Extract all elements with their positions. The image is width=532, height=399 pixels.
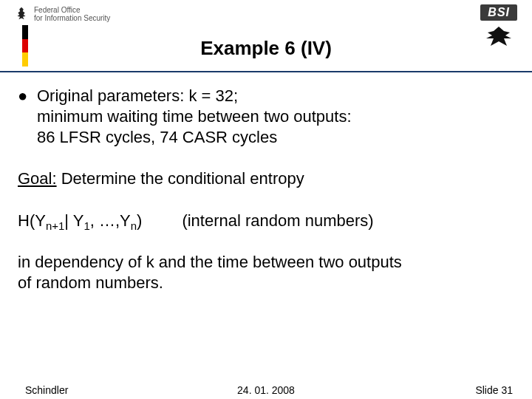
bullet-marker: ● <box>18 86 37 148</box>
bsi-eagle-icon <box>483 24 514 49</box>
bsi-label: BSI <box>480 4 517 21</box>
bullet-item: ● Original parameters: k = 32; minimum w… <box>18 86 514 148</box>
svg-point-0 <box>497 28 501 33</box>
dependency-line2: of random numbers. <box>18 273 514 293</box>
entropy-line: H(Yn+1| Y1, …,Yn) (internal random numbe… <box>18 211 514 233</box>
eagle-icon <box>13 6 30 22</box>
slide-content: ● Original parameters: k = 32; minimum w… <box>0 72 532 293</box>
dependency-line1: in dependency of k and the time between … <box>18 252 514 273</box>
footer-date: 24. 01. 2008 <box>0 384 532 396</box>
goal-text: Determine the conditional entropy <box>57 169 304 188</box>
agency-logo-left: Federal Office for Information Security <box>13 6 110 22</box>
footer-slide-number: Slide 31 <box>475 384 513 396</box>
entropy-expression: H(Yn+1| Y1, …,Yn) <box>18 211 142 233</box>
slide-header: Federal Office for Information Security … <box>0 0 532 66</box>
agency-line1: Federal Office <box>34 6 110 14</box>
bullet-line3: 86 LFSR cycles, 74 CASR cycles <box>37 127 352 148</box>
bullet-line2: minimum waiting time between two outputs… <box>37 106 352 127</box>
entropy-note: (internal random numbers) <box>182 211 373 231</box>
agency-name: Federal Office for Information Security <box>34 6 110 22</box>
agency-line2: for Information Security <box>34 14 110 22</box>
goal-label: Goal: <box>18 169 57 188</box>
goal-line: Goal: Determine the conditional entropy <box>18 168 514 189</box>
bsi-logo-right: BSI <box>480 4 517 52</box>
german-flag-bar <box>22 25 28 66</box>
bullet-text: Original parameters: k = 32; minimum wai… <box>37 86 352 148</box>
bullet-line1: Original parameters: k = 32; <box>37 86 352 106</box>
dependency-text: in dependency of k and the time between … <box>18 252 514 293</box>
